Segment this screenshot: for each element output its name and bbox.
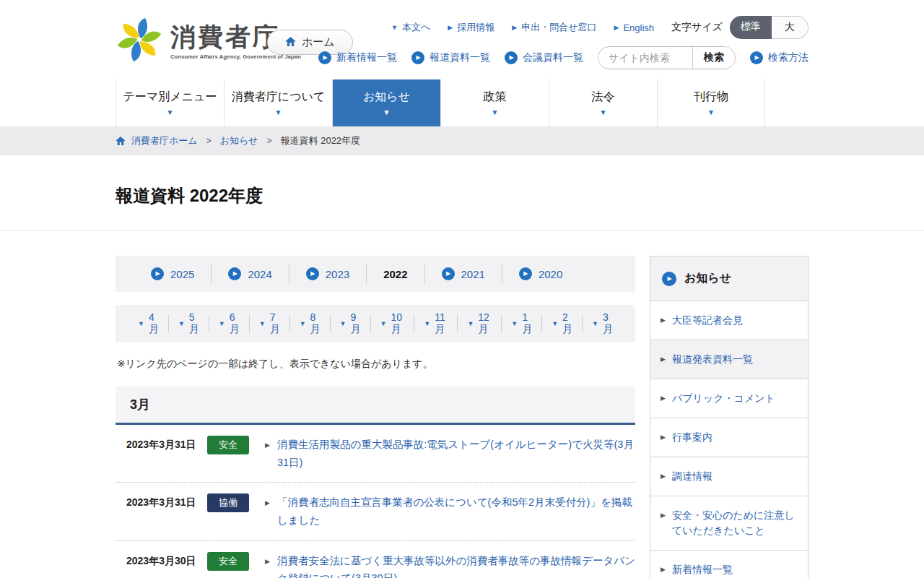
sidebar-heading: お知らせ [650, 256, 808, 301]
quick-link-label: 会議資料一覧 [523, 51, 583, 64]
month-link[interactable]: 8月 [290, 315, 331, 332]
play-circle-icon [318, 51, 331, 64]
breadcrumb-item[interactable]: 消費者庁ホーム [131, 134, 198, 147]
triangle-marker-icon [512, 24, 517, 31]
search-input[interactable] [598, 52, 692, 64]
utility-link-label: 本文へ [402, 21, 430, 34]
sidebar-item[interactable]: 報道発表資料一覧 [650, 340, 808, 379]
year-tab-label: 2024 [248, 268, 271, 280]
month-link-label: 5月 [189, 311, 199, 336]
sidebar-item[interactable]: 安全・安心のために注意していただきたいこと [650, 496, 808, 551]
utility-link[interactable]: English [614, 22, 654, 33]
chevron-down-icon [167, 109, 174, 116]
year-tab[interactable]: 2022 [367, 264, 424, 284]
category-badge: 安全 [207, 552, 249, 571]
font-size-large-button[interactable]: 大 [772, 16, 808, 39]
month-link[interactable]: 5月 [169, 315, 209, 332]
triangle-marker-icon [614, 24, 619, 31]
breadcrumb-item[interactable]: お知らせ [198, 134, 258, 147]
search-help-link[interactable]: 検索方法 [750, 51, 808, 64]
month-link[interactable]: 4月 [128, 315, 169, 332]
news-link[interactable]: 「消費者志向自主宣言事業者の公表について(令和5年2月末受付分)」を掲載しました [265, 493, 635, 529]
page-title: 報道資料 2022年度 [116, 184, 808, 207]
year-tab[interactable]: 2023 [289, 264, 367, 284]
font-size-control: 文字サイズ 標準 大 [671, 16, 808, 39]
year-tab[interactable]: 2021 [425, 264, 502, 284]
news-link[interactable]: 消費者安全法に基づく重大事故等以外の消費者事故等の事故情報データバンク登録につい… [265, 552, 635, 578]
sidebar-item[interactable]: 新着情報一覧 [650, 551, 808, 578]
nav-tab-label: 刊行物 [694, 90, 728, 105]
month-link[interactable]: 12月 [458, 315, 502, 332]
nav-tab-label: 消費者庁について [232, 90, 326, 105]
nav-tab[interactable]: 法令 [549, 79, 657, 126]
search-button[interactable]: 検索 [692, 47, 735, 69]
year-tabs: 2025 2024 2023 2022 [116, 256, 635, 292]
triangle-right-icon [265, 552, 270, 578]
sidebar-item-label: 行事案内 [672, 430, 712, 445]
utility-link-label: English [623, 22, 654, 33]
utility-nav: 本文へ 採用情報 申出・問合せ窓口 English 文字サイズ [391, 16, 808, 39]
nav-tab[interactable]: テーマ別メニュー [116, 79, 224, 126]
quick-link[interactable]: 新着情報一覧 [318, 51, 397, 64]
month-link[interactable]: 9月 [331, 315, 371, 332]
month-link[interactable]: 6月 [209, 315, 250, 332]
month-section-heading: 3月 [116, 387, 635, 425]
sidebar-item-label: 安全・安心のために注意していただきたいこと [672, 508, 798, 538]
breadcrumb-item[interactable]: 報道資料 2022年度 [258, 134, 361, 147]
month-link-label: 3月 [603, 311, 613, 336]
quick-link[interactable]: 報道資料一覧 [411, 51, 490, 64]
sidebar-item-label: 新着情報一覧 [672, 562, 733, 577]
year-tab[interactable]: 2025 [134, 264, 212, 284]
sidebar-item[interactable]: 大臣等記者会見 [650, 301, 808, 340]
font-size-standard-button[interactable]: 標準 [730, 16, 772, 39]
triangle-marker-icon [391, 24, 398, 31]
year-tab[interactable]: 2020 [502, 264, 579, 284]
nav-tab[interactable]: 刊行物 [657, 79, 765, 126]
news-row: 2023年3月31日 安全 消費生活用製品の重大製品事故:電気ストーブ(オイルヒ… [116, 425, 635, 483]
month-links: 4月 5月 6月 7月 8月 [116, 305, 635, 342]
triangle-down-icon [300, 320, 306, 327]
home-icon[interactable] [116, 137, 126, 145]
news-link[interactable]: 消費生活用製品の重大製品事故:電気ストーブ(オイルヒーター)で火災等(3月31日… [265, 436, 635, 471]
month-link[interactable]: 11月 [414, 315, 458, 332]
play-circle-icon [151, 267, 164, 280]
category-badge: 協働 [207, 493, 249, 512]
sidebar-item[interactable]: 行事案内 [650, 418, 808, 457]
triangle-right-icon [661, 352, 666, 367]
month-link[interactable]: 7月 [250, 315, 290, 332]
month-link-label: 8月 [310, 311, 321, 336]
breadcrumb: 消費者庁ホーム お知らせ 報道資料 2022年度 [0, 126, 924, 155]
month-link[interactable]: 3月 [583, 315, 622, 332]
year-tab[interactable]: 2024 [212, 264, 289, 284]
utility-link-label: 採用情報 [457, 21, 494, 34]
utility-link[interactable]: 申出・問合せ窓口 [512, 21, 596, 34]
sidebar-item[interactable]: パブリック・コメント [650, 379, 808, 418]
utility-link[interactable]: 採用情報 [448, 21, 494, 34]
play-circle-icon [228, 267, 241, 280]
play-circle-icon [505, 51, 518, 64]
home-icon [285, 36, 296, 48]
agency-pinwheel-logo-icon [117, 17, 162, 65]
year-tab-label: 2023 [326, 268, 349, 280]
nav-tab-label: テーマ別メニュー [123, 90, 217, 105]
month-link-label: 12月 [478, 311, 492, 336]
nav-tab[interactable]: 消費者庁について [224, 79, 332, 126]
font-size-label: 文字サイズ [671, 21, 723, 34]
news-date: 2023年3月31日 [126, 436, 207, 452]
sidebar-item[interactable]: 調達情報 [650, 457, 808, 496]
nav-tab[interactable]: 政策 [440, 79, 549, 126]
quick-link[interactable]: 会議資料一覧 [505, 51, 583, 64]
utility-link[interactable]: 本文へ [391, 21, 430, 34]
triangle-marker-icon [448, 24, 453, 31]
triangle-down-icon [380, 320, 387, 327]
month-link[interactable]: 2月 [542, 315, 583, 332]
triangle-right-icon [661, 430, 666, 445]
play-circle-icon [411, 51, 424, 64]
month-link[interactable]: 1月 [502, 315, 542, 332]
disclaimer-note: ※リンク先のページの一部は終了し、表示できない場合があります。 [117, 358, 634, 371]
sidebar-item-label: 報道発表資料一覧 [672, 352, 753, 367]
month-link[interactable]: 10月 [371, 315, 415, 332]
triangle-down-icon [467, 320, 474, 327]
triangle-down-icon [592, 320, 598, 327]
nav-tab[interactable]: お知らせ [332, 79, 440, 126]
